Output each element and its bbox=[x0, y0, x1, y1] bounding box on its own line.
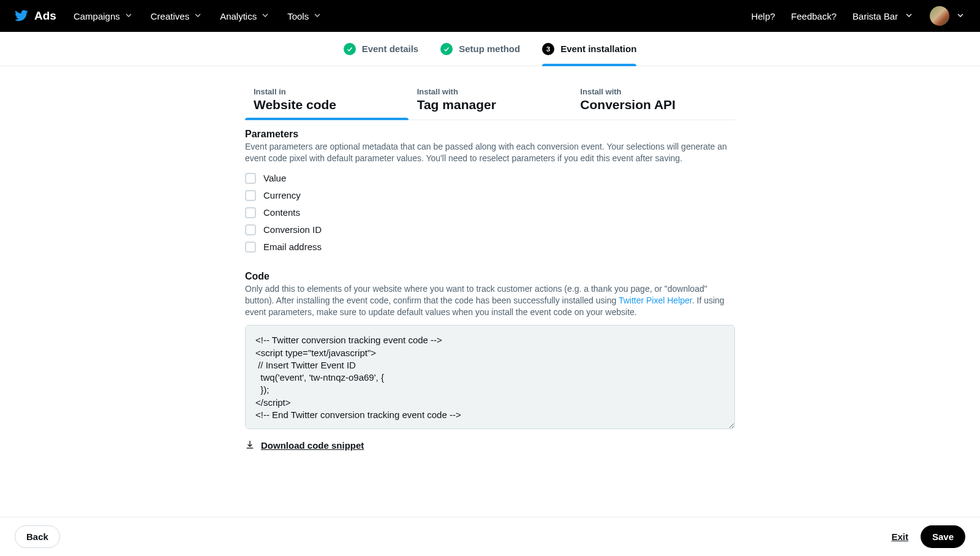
tab-title: Tag manager bbox=[417, 97, 564, 112]
checkbox-value[interactable]: Value bbox=[245, 173, 735, 184]
chevron-down-icon bbox=[193, 10, 203, 22]
wizard-steps: Event details Setup method 3 Event insta… bbox=[0, 32, 980, 66]
nav-label: Tools bbox=[287, 11, 309, 21]
nav-creatives[interactable]: Creatives bbox=[151, 10, 203, 22]
parameters-list: Value Currency Contents Conversion ID Em… bbox=[245, 173, 735, 253]
avatar bbox=[930, 6, 949, 26]
top-nav-left: Ads Campaigns Creatives Analytics Tools bbox=[15, 9, 322, 24]
tab-title: Website code bbox=[254, 97, 400, 112]
checkbox-icon bbox=[245, 190, 256, 201]
checkbox-label: Value bbox=[263, 173, 286, 183]
tab-overline: Install with bbox=[417, 87, 564, 96]
check-icon bbox=[344, 43, 356, 55]
pixel-helper-link[interactable]: Twitter Pixel Helper bbox=[619, 295, 692, 305]
step-label: Event installation bbox=[560, 44, 636, 54]
chevron-down-icon bbox=[904, 10, 914, 22]
step-setup-method[interactable]: Setup method bbox=[440, 32, 520, 66]
check-icon bbox=[440, 43, 453, 55]
install-method-tabs: Install in Website code Install with Tag… bbox=[245, 81, 735, 120]
nav-tools[interactable]: Tools bbox=[287, 10, 322, 22]
tab-title: Conversion API bbox=[580, 97, 726, 112]
step-label: Event details bbox=[362, 44, 419, 54]
download-icon bbox=[245, 440, 255, 451]
parameters-description: Event parameters are optional metadata t… bbox=[245, 141, 735, 164]
chevron-down-icon bbox=[124, 10, 134, 22]
checkbox-label: Currency bbox=[263, 190, 301, 200]
tab-conversion-api[interactable]: Install with Conversion API bbox=[571, 81, 735, 120]
checkbox-icon bbox=[245, 207, 256, 218]
checkbox-email-address[interactable]: Email address bbox=[245, 242, 735, 253]
download-label: Download code snippet bbox=[261, 440, 364, 451]
step-event-installation[interactable]: 3 Event installation bbox=[542, 32, 636, 66]
checkbox-label: Conversion ID bbox=[263, 224, 322, 235]
code-snippet-textarea[interactable] bbox=[245, 325, 735, 429]
chevron-down-icon bbox=[312, 10, 322, 22]
download-snippet-link[interactable]: Download code snippet bbox=[245, 440, 364, 451]
checkbox-label: Contents bbox=[263, 207, 300, 218]
tab-website-code[interactable]: Install in Website code bbox=[245, 81, 409, 120]
tab-overline: Install in bbox=[254, 87, 400, 96]
top-nav: Ads Campaigns Creatives Analytics Tools … bbox=[0, 0, 980, 32]
step-event-details[interactable]: Event details bbox=[344, 32, 419, 66]
checkbox-currency[interactable]: Currency bbox=[245, 190, 735, 201]
checkbox-icon bbox=[245, 242, 256, 253]
step-label: Setup method bbox=[459, 44, 520, 54]
account-name: Barista Bar bbox=[853, 11, 898, 21]
code-heading: Code bbox=[245, 271, 735, 282]
nav-label: Creatives bbox=[151, 11, 189, 21]
code-description: Only add this to elements of your websit… bbox=[245, 283, 735, 318]
help-link[interactable]: Help? bbox=[751, 11, 775, 21]
chevron-down-icon bbox=[260, 10, 270, 22]
checkbox-contents[interactable]: Contents bbox=[245, 207, 735, 218]
parameters-heading: Parameters bbox=[245, 129, 735, 140]
nav-label: Analytics bbox=[220, 11, 257, 21]
checkbox-icon bbox=[245, 173, 256, 184]
checkbox-conversion-id[interactable]: Conversion ID bbox=[245, 224, 735, 235]
checkbox-label: Email address bbox=[263, 242, 322, 252]
app-name: Ads bbox=[34, 9, 56, 23]
tab-overline: Install with bbox=[580, 87, 726, 96]
nav-campaigns[interactable]: Campaigns bbox=[74, 10, 134, 22]
account-switcher[interactable]: Barista Bar bbox=[853, 10, 914, 22]
twitter-icon bbox=[15, 9, 28, 24]
main-content: Install in Website code Install with Tag… bbox=[245, 66, 735, 512]
nav-analytics[interactable]: Analytics bbox=[220, 10, 270, 22]
top-nav-right: Help? Feedback? Barista Bar bbox=[751, 6, 965, 26]
chevron-down-icon bbox=[956, 10, 965, 22]
nav-label: Campaigns bbox=[74, 11, 120, 21]
tab-tag-manager[interactable]: Install with Tag manager bbox=[409, 81, 572, 120]
checkbox-icon bbox=[245, 224, 256, 235]
feedback-link[interactable]: Feedback? bbox=[791, 11, 837, 21]
user-menu[interactable] bbox=[930, 6, 965, 26]
step-number-badge: 3 bbox=[542, 43, 554, 55]
logo[interactable]: Ads bbox=[15, 9, 56, 24]
